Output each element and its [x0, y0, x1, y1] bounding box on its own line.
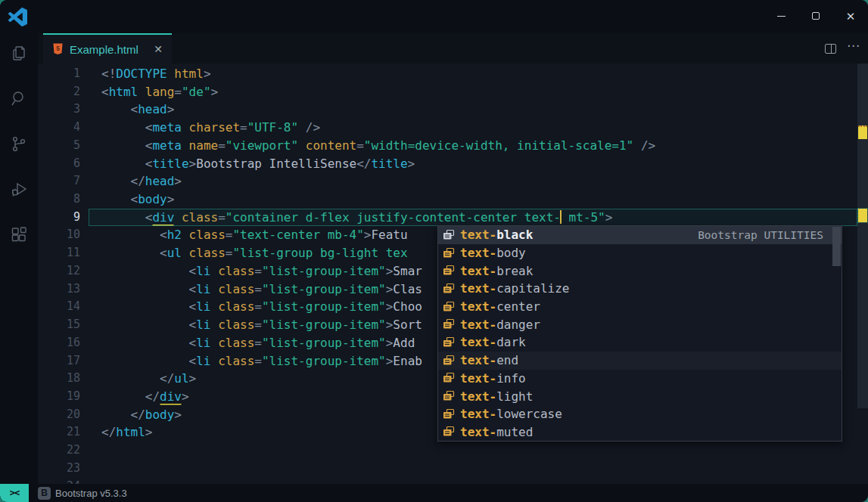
- suggest-scrollbar-thumb[interactable]: [832, 227, 841, 266]
- code-line-text: <h2 class="text-center mb-4">Featu: [101, 226, 408, 244]
- css-class-icon: [443, 390, 455, 402]
- overview-ruler-marker: [858, 126, 867, 139]
- suggestion-item-text-body[interactable]: text-body: [438, 244, 842, 262]
- line-number: 16: [38, 334, 80, 352]
- suggestion-label: text-muted: [460, 425, 533, 439]
- close-icon: ✕: [846, 11, 856, 22]
- suggestion-item-text-muted[interactable]: text-muted: [438, 423, 842, 442]
- more-actions-icon[interactable]: ⋯: [847, 46, 860, 51]
- code-line-text: <li class="list-group-item">Sort: [101, 316, 422, 334]
- code-line[interactable]: 6 <title>Bootstrap IntelliSense</title>: [38, 155, 868, 173]
- scrollbar-thumb[interactable]: [857, 64, 868, 408]
- css-class-icon: [443, 247, 455, 259]
- code-line-text: <li class="list-group-item">Add: [101, 334, 415, 352]
- code-line[interactable]: 9 <div class="container d-flex justify-c…: [38, 209, 868, 227]
- suggestion-item-text-lowercase[interactable]: text-lowercase: [438, 405, 842, 423]
- line-number: 4: [38, 119, 80, 137]
- suggestion-label: text-break: [460, 264, 533, 278]
- maximize-button[interactable]: [798, 0, 833, 32]
- sidebar-item-extensions[interactable]: [0, 215, 38, 254]
- bootstrap-icon: B: [38, 487, 51, 500]
- suggestion-item-text-end[interactable]: text-end: [438, 352, 842, 370]
- suggestion-item-text-black[interactable]: text-blackBootstrap UTILITIES: [438, 226, 842, 244]
- css-class-icon: [443, 301, 455, 313]
- suggestion-label: text-body: [460, 246, 526, 260]
- remote-indicator[interactable]: ><: [0, 484, 29, 502]
- suggestion-item-text-light[interactable]: text-light: [438, 387, 842, 405]
- code-line[interactable]: 23: [38, 460, 868, 478]
- code-line[interactable]: 1<!DOCTYPE html>: [38, 65, 868, 83]
- vscode-logo-icon: [8, 8, 27, 26]
- minimize-button[interactable]: [764, 0, 798, 32]
- files-icon: [10, 44, 28, 62]
- sidebar-item-source-control[interactable]: [0, 124, 38, 163]
- debug-icon: [10, 180, 28, 198]
- suggestion-item-text-info[interactable]: text-info: [438, 370, 842, 388]
- suggestion-item-text-dark[interactable]: text-dark: [438, 333, 842, 352]
- css-class-icon: [443, 318, 455, 330]
- suggestion-item-text-break[interactable]: text-break: [438, 262, 842, 280]
- html5-file-icon: 5: [52, 43, 64, 55]
- code-line-text: <li class="list-group-item">Enab: [101, 352, 422, 370]
- suggestion-item-text-capitalize[interactable]: text-capitalize: [438, 280, 842, 298]
- css-class-icon: [443, 355, 455, 367]
- code-line[interactable]: 22: [38, 442, 868, 460]
- activity-bar: [0, 33, 38, 484]
- split-editor-icon[interactable]: [825, 44, 836, 54]
- css-class-icon: [443, 372, 455, 384]
- code-line-text: <ul class="list-group bg-light tex: [101, 244, 408, 262]
- code-line-text: <li class="list-group-item">Clas: [101, 280, 422, 299]
- suggestion-item-text-danger[interactable]: text-danger: [438, 315, 842, 333]
- suggestion-label: text-light: [460, 389, 533, 404]
- line-number: 10: [38, 226, 80, 244]
- line-number: 6: [38, 155, 80, 173]
- vscode-window: ✕: [0, 0, 868, 502]
- css-class-icon: [443, 265, 455, 277]
- sidebar-item-explorer[interactable]: [0, 33, 38, 73]
- code-line-text: <title>Bootstrap IntelliSense</title>: [101, 155, 415, 173]
- line-number: 15: [38, 316, 80, 334]
- title-bar: ✕: [0, 0, 868, 33]
- tab-label: Example.html: [70, 43, 149, 56]
- code-line-text: </body>: [101, 406, 182, 424]
- line-number: 11: [38, 244, 80, 262]
- bootstrap-status-item[interactable]: B Bootstrap v5.3.3: [38, 487, 127, 500]
- code-line-text: </ul>: [101, 370, 196, 388]
- code-line[interactable]: 7 </head>: [38, 172, 868, 191]
- code-line-text: <meta charset="UTF-8" />: [101, 119, 320, 137]
- suggestion-label: text-danger: [460, 318, 540, 332]
- line-number: 1: [38, 65, 80, 83]
- code-line[interactable]: 4 <meta charset="UTF-8" />: [38, 119, 868, 137]
- line-number: 22: [38, 442, 80, 460]
- line-number: 7: [38, 172, 80, 191]
- code-line[interactable]: 2<html lang="de">: [38, 83, 868, 101]
- line-number: 17: [38, 352, 80, 370]
- code-line[interactable]: 5 <meta name="viewport" content="width=d…: [38, 137, 868, 155]
- code-line-text: <li class="list-group-item">Choo: [101, 298, 422, 316]
- overview-ruler-marker: [858, 209, 867, 222]
- line-number: 5: [38, 137, 80, 155]
- tab-close-icon[interactable]: ✕: [154, 43, 163, 55]
- code-line[interactable]: 3 <head>: [38, 101, 868, 119]
- css-class-icon: [443, 283, 455, 295]
- code-line-text: <body>: [101, 191, 174, 209]
- close-button[interactable]: ✕: [833, 0, 868, 32]
- tab-bar: 5 Example.html ✕ ⋯: [38, 33, 868, 64]
- sidebar-item-run-debug[interactable]: [0, 169, 38, 209]
- line-number: 23: [38, 460, 80, 478]
- tab-example-html[interactable]: 5 Example.html ✕: [43, 33, 172, 64]
- suggestion-label: text-lowercase: [460, 407, 562, 421]
- status-bar: >< B Bootstrap v5.3.3: [0, 484, 868, 502]
- minimize-icon: [777, 16, 786, 17]
- css-class-icon: [443, 408, 455, 420]
- sidebar-item-search[interactable]: [0, 79, 38, 118]
- code-line-text: <div class="container d-flex justify-con…: [101, 209, 612, 227]
- suggestion-label: text-dark: [460, 335, 526, 349]
- suggestion-label: text-info: [460, 371, 526, 386]
- code-line-text: </div>: [101, 388, 189, 406]
- code-line[interactable]: 8 <body>: [38, 191, 868, 209]
- line-number: 3: [38, 101, 80, 119]
- suggestion-item-text-center[interactable]: text-center: [438, 298, 842, 316]
- line-number: 21: [38, 423, 80, 442]
- code-line-text: <!DOCTYPE html>: [101, 65, 211, 83]
